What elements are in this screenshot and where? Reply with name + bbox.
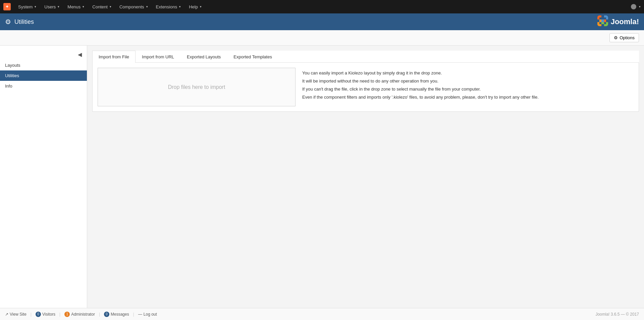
top-navbar: ✦ System ▾ Users ▾ Menus ▾ Content ▾ Com… — [0, 0, 644, 13]
tab-exported-layouts[interactable]: Exported Layouts — [180, 51, 227, 63]
separator-1: | — [31, 312, 32, 317]
tab-content: Drop files here to import You can easily… — [92, 63, 639, 112]
nav-extensions[interactable]: Extensions ▾ — [152, 0, 185, 13]
drop-zone-text: Drop files here to import — [168, 84, 225, 90]
logout-link[interactable]: — Log out — [138, 312, 157, 317]
options-button[interactable]: ⚙ Options — [609, 33, 639, 42]
nav-users[interactable]: Users ▾ — [40, 0, 63, 13]
sidebar-item-info[interactable]: Info — [0, 81, 87, 91]
administrator-badge: 1 — [64, 312, 70, 317]
tab-panel-import-file: Drop files here to import You can easily… — [93, 63, 639, 111]
nav-system[interactable]: System ▾ — [14, 0, 40, 13]
toolbar-row: ⚙ Options — [0, 30, 644, 46]
brand-icon: ✦ — [3, 3, 11, 10]
drop-zone[interactable]: Drop files here to import — [98, 68, 296, 106]
visitors-badge: 0 — [36, 312, 41, 317]
caret-icon: ▾ — [146, 5, 148, 8]
info-line-3: If you can't drag the file, click in the… — [302, 86, 627, 93]
main-area: ◀ Layouts Utilities Info Import from Fil… — [0, 46, 644, 308]
caret-icon: ▾ — [83, 5, 84, 8]
info-line-4: Even if the component filters and import… — [302, 94, 627, 101]
sidebar-item-layouts[interactable]: Layouts — [0, 60, 87, 70]
joomla-logo: Joomla! — [597, 15, 639, 29]
tab-exported-templates[interactable]: Exported Templates — [227, 51, 278, 63]
view-site-link[interactable]: ↗ View Site — [5, 312, 26, 317]
import-info-text: You can easily import a Kiolezo layout b… — [296, 68, 634, 106]
visitors-link[interactable]: 0 Visitors — [36, 312, 55, 317]
caret-icon: ▾ — [200, 5, 202, 8]
sidebar-item-utilities[interactable]: Utilities — [0, 70, 87, 81]
footer-left: ↗ View Site | 0 Visitors | 1 Administrat… — [5, 312, 157, 317]
administrator-link[interactable]: 1 Administrator — [64, 312, 95, 317]
separator-4: | — [133, 312, 134, 317]
gear-icon: ⚙ — [614, 35, 618, 40]
sidebar-toggle-button[interactable]: ◀ — [76, 51, 84, 58]
nav-menus[interactable]: Menus ▾ — [63, 0, 88, 13]
footer-version: Joomla! 3.6.5 — © 2017 — [595, 312, 639, 317]
tab-import-file[interactable]: Import from File — [92, 51, 136, 63]
utilities-icon: ⚙ — [5, 18, 11, 26]
caret-icon: ▾ — [35, 5, 36, 8]
joomla-logo-icon — [597, 15, 609, 29]
separator-3: | — [99, 312, 100, 317]
user-caret-icon: ▾ — [639, 5, 641, 8]
joomla-text: Joomla! — [611, 17, 639, 26]
messages-link[interactable]: 0 Messages — [104, 312, 129, 317]
user-avatar-icon — [631, 4, 636, 9]
sidebar-toggle-area: ◀ — [0, 49, 87, 60]
nav-content[interactable]: Content ▾ — [88, 0, 115, 13]
caret-icon: ▾ — [58, 5, 59, 8]
tab-import-url[interactable]: Import from URL — [136, 51, 180, 63]
tabs-container: Import from File Import from URL Exporte… — [92, 51, 639, 63]
nav-user[interactable]: ▾ — [631, 4, 641, 9]
info-line-2: It will be imported without the need to … — [302, 77, 627, 85]
caret-icon: ▾ — [110, 5, 111, 8]
info-line-1: You can easily import a Kiolezo layout b… — [302, 69, 627, 77]
external-link-icon: ↗ — [5, 312, 8, 317]
page-title: Utilities — [14, 18, 34, 25]
nav-help[interactable]: Help ▾ — [185, 0, 206, 13]
header-bar: ⚙ Utilities Joomla! — [0, 13, 644, 30]
header-title: ⚙ Utilities — [5, 18, 34, 26]
sidebar: ◀ Layouts Utilities Info — [0, 46, 87, 308]
content-area: Import from File Import from URL Exporte… — [87, 46, 644, 308]
logout-icon: — — [138, 312, 142, 317]
messages-badge: 0 — [104, 312, 109, 317]
nav-brand: ✦ — [3, 3, 11, 10]
nav-left: ✦ System ▾ Users ▾ Menus ▾ Content ▾ Com… — [3, 0, 206, 13]
caret-icon: ▾ — [179, 5, 181, 8]
nav-components[interactable]: Components ▾ — [115, 0, 152, 13]
footer: ↗ View Site | 0 Visitors | 1 Administrat… — [0, 308, 644, 320]
separator-2: | — [59, 312, 60, 317]
